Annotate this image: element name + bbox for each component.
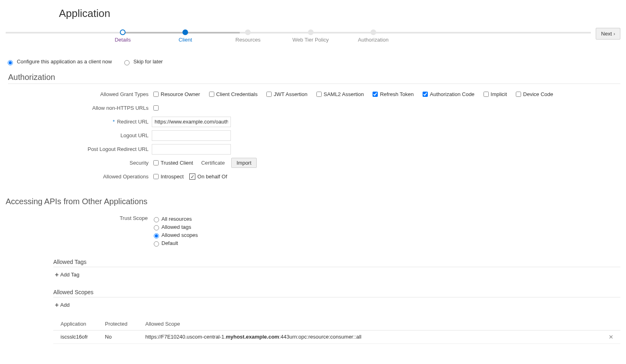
input-post-logout-redirect-url[interactable]	[152, 144, 231, 155]
label-allowed-operations: Allowed Operations	[8, 174, 152, 180]
train-label: Resources	[224, 37, 272, 43]
label-logout-url: Logout URL	[8, 132, 152, 138]
wizard-train: Details Client Resources Web Tier Policy…	[6, 29, 591, 49]
sub-title-allowed-scopes: Allowed Scopes	[53, 289, 620, 295]
section-title-authorization: Authorization	[8, 73, 620, 82]
checkbox-label: JWT Assertion	[274, 91, 308, 97]
radio-trust-scope-input[interactable]	[154, 225, 159, 230]
checkbox-grant-type[interactable]: Resource Owner	[152, 90, 200, 98]
checkbox-label: Authorization Code	[430, 91, 475, 97]
checkbox-grant-type[interactable]: JWT Assertion	[265, 90, 308, 98]
radio-label: Configure this application as a client n…	[17, 59, 112, 65]
grant-types-group: Resource OwnerClient CredentialsJWT Asse…	[152, 90, 553, 98]
label-post-logout-redirect-url: Post Logout Redirect URL	[8, 146, 152, 152]
checkbox-on-behalf-of[interactable]: ✓ On behalf Of	[189, 174, 227, 180]
label-allowed-grant-types: Allowed Grant Types	[8, 91, 152, 97]
radio-trust-scope[interactable]: Allowed scopes	[152, 232, 198, 238]
checkbox-grant-type-input[interactable]	[373, 92, 378, 97]
section-divider	[8, 84, 620, 84]
label-redirect-url: * Redirect URL	[8, 119, 152, 125]
delete-scope-button[interactable]: ✕	[605, 334, 617, 340]
add-link-label: Add Tag	[60, 272, 79, 278]
label-trust-scope: Trust Scope	[8, 214, 152, 248]
add-tag-button[interactable]: + Add Tag	[55, 271, 80, 278]
radio-trust-scope[interactable]: All resources	[152, 216, 198, 222]
col-header-allowed-scope: Allowed Scope	[145, 321, 605, 327]
checkbox-grant-type[interactable]: Device Code	[514, 90, 553, 98]
radio-trust-scope-input[interactable]	[154, 233, 159, 238]
input-redirect-url[interactable]	[152, 117, 231, 127]
sub-title-allowed-tags: Allowed Tags	[53, 259, 620, 265]
train-dot-icon	[308, 29, 314, 35]
checkbox-label: Resource Owner	[161, 91, 200, 97]
checkbox-grant-type[interactable]: Client Credentials	[207, 90, 258, 98]
radio-skip-later[interactable]: Skip for later	[122, 59, 163, 65]
train-dot-icon	[120, 29, 126, 35]
input-logout-url[interactable]	[152, 130, 231, 141]
train-stop-resources[interactable]: Resources	[224, 29, 272, 43]
label-security: Security	[8, 160, 152, 166]
radio-label: All resources	[161, 216, 192, 222]
train-label: Authorization	[349, 37, 398, 43]
checkbox-allow-non-https[interactable]	[153, 105, 159, 111]
train-dot-icon	[371, 29, 376, 35]
checkbox-grant-type-input[interactable]	[266, 92, 272, 97]
radio-configure-now[interactable]: Configure this application as a client n…	[6, 59, 113, 65]
cell-allowed-scope: https://F7E10240.uscom-central-1.myhost.…	[145, 334, 605, 340]
checkbox-label: Client Credentials	[216, 91, 258, 97]
scope-table-header: Application Protected Allowed Scope	[53, 318, 620, 331]
checkbox-grant-type-input[interactable]	[209, 92, 214, 97]
checkbox-grant-type[interactable]: Implicit	[482, 90, 507, 98]
radio-trust-scope-input[interactable]	[154, 217, 159, 222]
col-header-protected: Protected	[105, 321, 145, 327]
section-title-accessing-apis: Accessing APIs from Other Applications	[6, 197, 620, 206]
checkbox-grant-type-input[interactable]	[484, 92, 489, 97]
checkbox-grant-type-input[interactable]	[153, 92, 159, 97]
required-star-icon: *	[113, 119, 115, 125]
train-stop-authorization[interactable]: Authorization	[349, 29, 398, 43]
plus-icon: +	[55, 301, 59, 309]
radio-trust-scope-input[interactable]	[154, 241, 159, 247]
next-button[interactable]: Next›	[596, 28, 620, 40]
add-link-label: Add	[60, 302, 69, 308]
add-scope-button[interactable]: + Add	[55, 301, 69, 309]
radio-configure-now-input[interactable]	[8, 60, 13, 65]
import-certificate-button[interactable]: Import	[231, 158, 257, 168]
train-stop-client[interactable]: Client	[161, 29, 209, 43]
checkbox-grant-type-input[interactable]	[516, 92, 521, 97]
checkbox-label: SAML2 Assertion	[324, 91, 364, 97]
cell-protected: No	[105, 334, 145, 340]
checkbox-introspect-input[interactable]	[153, 174, 159, 179]
label-allow-non-https: Allow non-HTTPS URLs	[8, 105, 152, 111]
checkbox-trusted-client-input[interactable]	[153, 160, 159, 165]
cell-application: iscsslc16ofr	[57, 334, 105, 340]
checkbox-grant-type[interactable]: Authorization Code	[421, 90, 475, 98]
section-divider	[53, 267, 620, 267]
chevron-right-icon: ›	[613, 31, 615, 37]
radio-skip-later-input[interactable]	[124, 60, 130, 65]
checkbox-grant-type[interactable]: Refresh Token	[371, 90, 414, 98]
train-stop-web-tier-policy[interactable]: Web Tier Policy	[287, 29, 335, 43]
checkbox-grant-type-input[interactable]	[423, 92, 428, 97]
checkbox-label: Trusted Client	[161, 160, 193, 166]
train-stop-details[interactable]: Details	[98, 29, 147, 43]
train-label: Details	[98, 37, 147, 43]
plus-icon: +	[55, 271, 59, 278]
checkbox-label: On behalf Of	[197, 174, 227, 180]
checkbox-introspect[interactable]: Introspect	[152, 173, 184, 180]
checkbox-checked-icon: ✓	[189, 174, 195, 180]
radio-trust-scope[interactable]: Allowed tags	[152, 224, 198, 230]
checkbox-grant-type-input[interactable]	[316, 92, 322, 97]
checkbox-trusted-client[interactable]: Trusted Client	[152, 159, 193, 167]
radio-trust-scope[interactable]: Default	[152, 240, 198, 247]
col-header-application: Application	[57, 321, 105, 327]
radio-label: Allowed scopes	[161, 232, 198, 238]
checkbox-label: Refresh Token	[380, 91, 414, 97]
train-dot-icon	[245, 29, 251, 35]
scope-table-row: iscsslc16ofr No https://F7E10240.uscom-c…	[53, 331, 620, 344]
section-divider	[53, 297, 620, 297]
trust-scope-group: All resourcesAllowed tagsAllowed scopesD…	[152, 214, 198, 248]
checkbox-label: Implicit	[491, 91, 507, 97]
checkbox-grant-type[interactable]: SAML2 Assertion	[315, 90, 364, 98]
radio-label: Default	[161, 240, 178, 246]
